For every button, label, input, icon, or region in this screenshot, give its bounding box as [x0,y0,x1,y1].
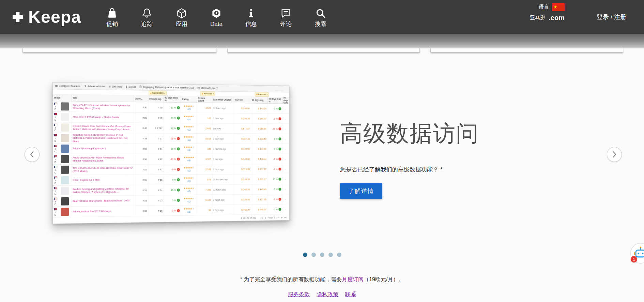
us-flag-icon [53,166,57,168]
carousel-dot-4[interactable] [328,253,333,257]
lock-icon [55,203,56,205]
price-90day-avg: $ 294.07 [251,114,268,124]
price-90day-avg: $ 318.54 [251,134,268,144]
us-flag-icon [53,124,57,126]
locale-icons: a [53,207,58,217]
carousel-prev-button[interactable] [25,147,40,162]
product-title: Blue Yeti USB Microphone - Blackout Edit… [72,196,134,207]
nav-item-tracking[interactable]: 追踪 [135,0,158,34]
oos-value: – [282,194,289,205]
price-drop-percent: 4 %↑ [268,134,282,144]
toolbar-export: ↥Export [125,85,136,88]
column-group-pill: ◆ Reviews ▾ [200,91,215,96]
review-count: 55 [197,205,212,216]
keepa-homepage: Keepa 促销 追踪 应用 [0,0,644,302]
product-thumbnail [58,207,72,217]
nav-item-info[interactable]: 信息 [240,0,263,34]
rank-drop-percent: -19 %↓ [164,154,181,164]
rank-90day-avg: # 56 [148,175,164,185]
monthly-subscription-link[interactable]: 月度订阅 [342,276,364,282]
amazon-mini-icon: a [55,126,56,129]
language-label[interactable]: 语言 [539,4,549,10]
oos-value: – [282,144,289,154]
privacy-link[interactable]: 隐私政策 [317,291,338,298]
locale-icons: a [53,154,58,165]
column-header: 90 days OOS [282,97,289,104]
rank-current: # 50 [134,112,148,123]
product-title: Adobe Photoshop Lightroom 6 [72,144,134,154]
column-header: Rating [181,96,197,103]
carousel-dot-5[interactable] [337,253,341,257]
amazon-mini-icon: a [55,148,56,150]
peek-card [22,48,216,52]
price-90day-avg: $ 317.22 [251,164,268,174]
carousel-dot-1[interactable] [303,253,307,257]
product-title: Cricut Explore Air 2 Mint [72,175,134,186]
carousel-dot-2[interactable] [311,253,316,257]
nav-item-search[interactable]: 搜索 [309,0,332,34]
nav-item-reviews[interactable]: 评论 [274,0,297,34]
top-navigation-bar: Keepa 促销 追踪 应用 [0,0,644,34]
china-flag-icon[interactable] [552,3,565,11]
price-current: $ 307.16 [234,134,251,144]
price-drop-percent: 0 %↑ [268,144,282,154]
rank-90day-avg: # 56 [148,102,164,113]
product-thumbnail [58,144,72,154]
column-header: Title [72,95,134,102]
chat-widget[interactable]: 1 [630,243,644,264]
rows-icon: ≣ [109,85,111,88]
pager-first-icon: |◀ [261,216,263,219]
contact-link[interactable]: 联系 [345,291,356,298]
learn-more-button[interactable]: 了解详情 [340,183,382,199]
pager: |◀ ◀ Page 1 of 4 ▶ ▶| [261,216,287,219]
rank-current: # 34 [134,133,148,144]
thumbnail-image [61,102,69,110]
rank-current: # 53 [134,195,148,206]
footnote-prefix: * 为了完全享受我们的所有数据功能，需要 [240,276,342,282]
keepa-logo[interactable]: Keepa [12,9,81,26]
column-group-sales-rank: ◆ Sales Rank ▾ [134,90,181,96]
price-current: $ 149.00 [234,154,251,164]
logo-text: Keepa [28,9,81,26]
terms-link[interactable]: 服务条款 [288,291,310,298]
info-icon: ⓘ [139,85,142,89]
rank-drop-percent: 0 %↑ [164,195,181,206]
rank-90day-avg: # 94 [148,185,164,196]
carousel-next-button[interactable] [607,147,622,162]
chevron-right-icon [612,151,617,158]
price-drop-percent: -2 %↓ [268,154,282,164]
toolbar-rows: ≣100 rows [109,85,122,88]
amazon-mini-icon: a [55,158,56,161]
product-thumbnail [58,101,72,112]
review-count: 6,422 [197,195,212,205]
last-price-change: 2 days ago [212,134,234,144]
rating-stars: ★★★★★★★★★★3.8 [181,205,197,216]
amazon-mini-icon: a [55,137,56,139]
api-icon: ▤ [197,86,200,89]
toolbar-label: Export [128,85,136,88]
login-register-link[interactable]: 登录 / 注册 [597,13,626,21]
rank-current: # 51 [134,164,148,175]
review-count: 2,595 [197,164,212,175]
rating-stars: ★★★★★★★★★★4.3 [181,134,197,144]
rank-90day-avg: # 27 [148,133,164,144]
carousel-dot-3[interactable] [320,253,324,257]
rank-90day-avg: # 66 [148,206,164,216]
last-price-change: 2 days ago [212,205,234,215]
nav-item-deals[interactable]: 促销 [101,0,124,34]
price-drop-percent: -22 %↓ [268,124,282,134]
thumbnail-image [61,123,69,132]
rank-90day-avg: # 1,287 [148,123,164,134]
nav-item-apps[interactable]: 应用 [170,0,193,34]
rank-drop-percent: 46 %↑ [164,185,181,195]
amazon-mini-icon: a [55,211,56,213]
data-table-screenshot: ▦Configure Columns▼Advanced Filter≣100 r… [52,82,290,224]
marketplace-domain[interactable]: .com [549,14,565,22]
product-title: TCL 49S405 49-Inch 4K Ultra HD Roku Smar… [72,164,134,175]
product-thumbnail [58,112,72,122]
carousel-dots [0,253,644,257]
lock-icon [55,151,56,152]
lock-icon [55,193,56,195]
nav-item-data[interactable]: Data [205,0,228,34]
price-current: $ 149.00 [234,103,251,114]
